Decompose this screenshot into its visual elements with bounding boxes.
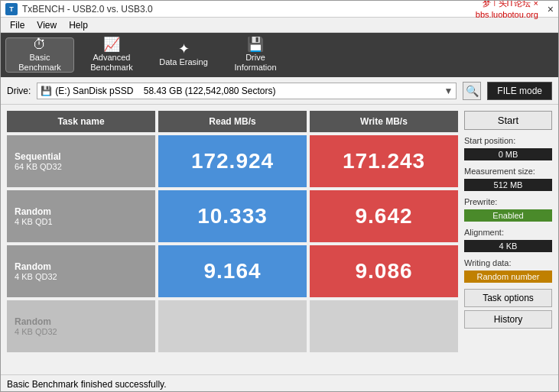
start-position-value: 0 MB [464,148,552,160]
status-text: Basic Benchmark finished successfully. [7,379,167,390]
right-panel: Start Start position: 0 MB Measurement s… [464,111,552,368]
watermark-line1: 梦⊤头IT论坛 × [476,0,538,9]
task-options-button[interactable]: Task options [464,289,552,307]
benchmark-table: Task name Read MB/s Write MB/s Sequentia… [7,111,458,368]
toolbar-data-erasing[interactable]: ✦ Data Erasing [149,37,218,73]
toolbar-drive-information[interactable]: 💾 DriveInformation [221,37,290,73]
drive-label: Drive: [7,86,31,96]
bench-row-4-write [310,300,458,352]
task-1-name: Sequential [15,151,61,162]
task-4-detail: 4 KB QD32 [15,327,57,336]
file-mode-button[interactable]: FILE mode [487,82,552,100]
toolbar-advanced-benchmark[interactable]: 📈 AdvancedBenchmark [77,37,146,73]
status-bar: Basic Benchmark finished successfully. [1,374,558,392]
title-bar: T TxBENCH - USB2.0 vs. USB3.0 梦⊤头IT论坛 × … [1,1,558,18]
drive-name: (E:) SanDisk pSSD 58.43 GB (122,542,080 … [55,86,444,96]
menu-view[interactable]: View [32,18,61,32]
advanced-benchmark-icon: 📈 [103,37,120,51]
bench-row-1-read: 172.924 [158,135,307,187]
bench-task-1: Sequential 64 KB QD32 [7,135,155,187]
bench-row-3-write: 9.086 [310,245,458,297]
basic-benchmark-icon: ⏱ [33,37,47,51]
header-read: Read MB/s [158,111,307,132]
drive-refresh-button[interactable]: 🔍 [463,82,481,100]
task-4-name: Random [15,316,51,327]
bench-task-2: Random 4 KB QD1 [7,190,155,242]
app-icon: T [5,3,18,15]
header-task-name: Task name [7,111,155,132]
prewrite-label: Prewrite: [464,197,552,206]
drive-icon: 💾 [41,86,52,96]
data-erasing-icon: ✦ [178,42,190,56]
header-write: Write MB/s [310,111,458,132]
app-title: TxBENCH - USB2.0 vs. USB3.0 [22,4,153,15]
bench-row-4: Random 4 KB QD32 [7,300,458,352]
task-2-name: Random [15,206,51,217]
drive-info-icon: 💾 [247,37,264,51]
task-2-detail: 4 KB QD1 [15,217,53,226]
watermark-line2: bbs.luobotou.org [476,9,538,20]
task-1-detail: 64 KB QD32 [15,162,62,171]
menu-file[interactable]: File [5,18,29,32]
task-3-name: Random [15,261,51,272]
bench-row-4-read [158,300,307,352]
writing-data-label: Writing data: [464,258,552,267]
watermark: 梦⊤头IT论坛 × bbs.luobotou.org [476,0,538,20]
bench-row-1-write: 171.243 [310,135,458,187]
bench-row-2-read: 10.333 [158,190,307,242]
bench-task-4: Random 4 KB QD32 [7,300,155,352]
toolbar: ⏱ BasicBenchmark 📈 AdvancedBenchmark ✦ D… [1,33,558,77]
alignment-value: 4 KB [464,240,552,252]
bench-row-2: Random 4 KB QD1 10.333 9.642 [7,190,458,242]
main-content: Task name Read MB/s Write MB/s Sequentia… [1,105,558,374]
start-position-label: Start position: [464,136,552,145]
menu-help[interactable]: Help [64,18,93,32]
bench-row-3: Random 4 KB QD32 9.164 9.086 [7,245,458,297]
bench-row-3-read: 9.164 [158,245,307,297]
writing-data-value: Random number [464,271,552,283]
drive-selector[interactable]: 💾 (E:) SanDisk pSSD 58.43 GB (122,542,08… [37,83,457,99]
task-3-detail: 4 KB QD32 [15,272,57,281]
bench-header-row: Task name Read MB/s Write MB/s [7,111,458,132]
alignment-label: Alignment: [464,228,552,237]
title-bar-left: T TxBENCH - USB2.0 vs. USB3.0 [5,3,153,15]
drive-chevron-icon: ▼ [444,86,453,96]
bench-row-2-write: 9.642 [310,190,458,242]
start-button[interactable]: Start [464,111,552,130]
bench-row-1: Sequential 64 KB QD32 172.924 171.243 [7,135,458,187]
prewrite-value: Enabled [464,209,552,222]
drive-bar: Drive: 💾 (E:) SanDisk pSSD 58.43 GB (122… [1,77,558,105]
close-button[interactable]: × [548,3,554,15]
measurement-size-label: Measurement size: [464,167,552,176]
bench-task-3: Random 4 KB QD32 [7,245,155,297]
toolbar-basic-benchmark[interactable]: ⏱ BasicBenchmark [5,37,74,73]
measurement-size-value: 512 MB [464,179,552,191]
menu-bar: File View Help [1,18,558,33]
history-button[interactable]: History [464,310,552,329]
